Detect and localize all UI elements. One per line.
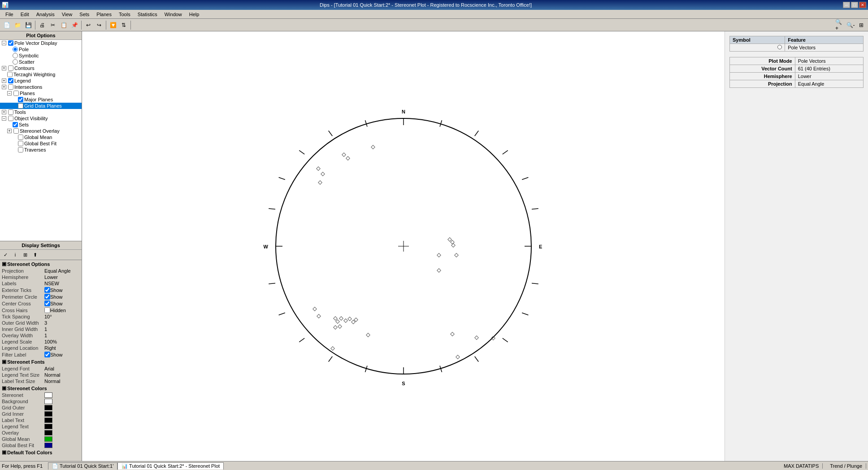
maximize-button[interactable]: □	[851, 2, 858, 8]
tree-item-pole-vector[interactable]: −Pole Vector Display	[0, 40, 82, 46]
tree-item-symbolic[interactable]: Symbolic	[0, 52, 82, 59]
color-swatch[interactable]	[44, 405, 52, 410]
color-swatch[interactable]	[44, 399, 52, 404]
ds-info-btn[interactable]: i	[11, 251, 20, 259]
prop-value: Show	[50, 352, 80, 357]
cb-sets[interactable]	[13, 122, 18, 127]
prop-cb-filter-label[interactable]	[44, 352, 50, 357]
stereonet-svg: N S E W	[260, 94, 547, 399]
cb-legend[interactable]	[8, 78, 13, 83]
expand-btn-intersections[interactable]: +	[2, 85, 6, 89]
prop-cb-cross-hairs[interactable]	[44, 307, 50, 313]
filter-button[interactable]: 🔽	[108, 20, 118, 30]
cb-global-mean[interactable]	[18, 135, 23, 140]
expand-btn-object-visibility[interactable]: −	[2, 116, 6, 121]
cb-tools[interactable]	[8, 109, 13, 115]
new-button[interactable]: 📄	[2, 20, 12, 30]
menu-item-file[interactable]: File	[2, 11, 17, 18]
cb-intersections[interactable]	[8, 84, 13, 90]
color-swatch[interactable]	[44, 418, 52, 423]
expand-btn-stereonet-overlay[interactable]: +	[7, 129, 12, 133]
tree-item-contours[interactable]: +Contours	[0, 65, 82, 71]
tree-item-intersections[interactable]: +Intersections	[0, 84, 82, 90]
zoom-fit-button[interactable]: ⊞	[856, 20, 866, 30]
tree-item-sets[interactable]: Sets	[0, 122, 82, 128]
tree-item-global-mean[interactable]: Global Mean	[0, 134, 82, 140]
prop-cb-exterior-ticks[interactable]	[44, 287, 50, 293]
sort-button[interactable]: ⇅	[119, 20, 129, 30]
color-rows: StereonetBackgroundGrid OuterGrid InnerL…	[0, 392, 82, 448]
toolbar-sep-2	[81, 21, 82, 30]
menu-item-view[interactable]: View	[58, 11, 76, 18]
tree-item-scatter[interactable]: Scatter	[0, 59, 82, 65]
cb-pole-vector[interactable]	[8, 40, 13, 46]
prop-label: Legend Scale	[2, 339, 44, 344]
color-swatch[interactable]	[44, 392, 52, 398]
color-swatch[interactable]	[44, 430, 52, 435]
tree-item-legend[interactable]: +Legend	[0, 78, 82, 84]
tree-label-global-best-fit: Global Best Fit	[24, 141, 56, 146]
menu-item-help[interactable]: Help	[186, 11, 203, 18]
menu-item-planes[interactable]: Planes	[93, 11, 115, 18]
cb-global-best-fit[interactable]	[18, 141, 23, 146]
radio-scatter[interactable]	[13, 59, 18, 65]
cb-contours[interactable]	[8, 65, 13, 71]
tree-item-grid-data-planes[interactable]: Grid Data Planes	[0, 103, 82, 109]
expand-btn-planes[interactable]: −	[7, 91, 12, 96]
menu-item-edit[interactable]: Edit	[17, 11, 33, 18]
color-swatch[interactable]	[44, 443, 52, 448]
copy-button[interactable]: 📋	[59, 20, 69, 30]
radio-pole[interactable]	[13, 47, 18, 52]
expand-btn-contours[interactable]: +	[2, 66, 6, 70]
status-tab[interactable]: 📄 Tutorial 01 Quick Start:1'	[48, 462, 117, 470]
tree-item-global-best-fit[interactable]: Global Best Fit	[0, 140, 82, 147]
save-button[interactable]: 💾	[23, 20, 33, 30]
prop-cb-center-cross[interactable]	[44, 300, 50, 306]
radio-symbolic[interactable]	[13, 53, 18, 58]
redo-button[interactable]: ↪	[94, 20, 104, 30]
undo-button[interactable]: ↩	[83, 20, 93, 30]
prop-label: Legend Location	[2, 345, 44, 351]
color-swatch[interactable]	[44, 436, 52, 442]
ds-add-btn[interactable]: ⊞	[21, 251, 30, 259]
cb-object-visibility[interactable]	[8, 116, 13, 121]
print-button[interactable]: 🖨	[37, 20, 47, 30]
cb-grid-data-planes[interactable]	[18, 103, 23, 109]
color-swatch[interactable]	[44, 424, 52, 429]
tree-item-major-planes[interactable]: Major Planes	[0, 96, 82, 103]
menu-item-tools[interactable]: Tools	[115, 11, 134, 18]
titlebar-title: Dips - [Tutorial 01 Quick Start:2* - Ste…	[9, 2, 843, 8]
tree-item-traverses[interactable]: Traverses	[0, 147, 82, 153]
zoom-out-button[interactable]: 🔍-	[846, 20, 855, 30]
status-tab[interactable]: 📊 Tutorial 01 Quick Start:2* - Stereonet…	[117, 462, 224, 470]
menu-item-analysis[interactable]: Analysis	[33, 11, 58, 18]
tree-item-tools[interactable]: +Tools	[0, 109, 82, 115]
close-button[interactable]: ✕	[859, 2, 866, 8]
ds-up-btn[interactable]: ⬆	[30, 251, 39, 259]
expand-btn-pole-vector[interactable]: −	[2, 41, 6, 45]
cb-terzaghi[interactable]	[7, 72, 13, 77]
zoom-in-button[interactable]: 🔍+	[835, 20, 845, 30]
tree-item-terzaghi[interactable]: Terzaghi Weighting	[0, 71, 82, 78]
expand-btn-tools[interactable]: +	[2, 110, 6, 114]
menu-item-window[interactable]: Window	[161, 11, 186, 18]
tree-item-stereonet-overlay[interactable]: +Stereonet Overlay	[0, 128, 82, 134]
paste-button[interactable]: 📌	[69, 20, 79, 30]
svg-line-22	[299, 338, 304, 342]
cb-major-planes[interactable]	[18, 97, 23, 102]
tree-item-planes[interactable]: −Planes	[0, 90, 82, 96]
cb-stereonet-overlay[interactable]	[13, 128, 19, 134]
cb-traverses[interactable]	[18, 147, 23, 152]
color-swatch[interactable]	[44, 411, 52, 417]
menu-item-statistics[interactable]: Statistics	[134, 11, 161, 18]
ds-check-btn[interactable]: ✓	[1, 251, 10, 259]
menu-item-sets[interactable]: Sets	[76, 11, 93, 18]
minimize-button[interactable]: ─	[843, 2, 850, 8]
tree-item-object-visibility[interactable]: −Object Visibility	[0, 115, 82, 122]
expand-btn-legend[interactable]: +	[2, 78, 6, 83]
prop-cb-perimeter-circle[interactable]	[44, 294, 50, 300]
tree-item-pole[interactable]: Pole	[0, 46, 82, 52]
cut-button[interactable]: ✂	[48, 20, 58, 30]
cb-planes[interactable]	[13, 91, 19, 96]
open-button[interactable]: 📁	[13, 20, 22, 30]
